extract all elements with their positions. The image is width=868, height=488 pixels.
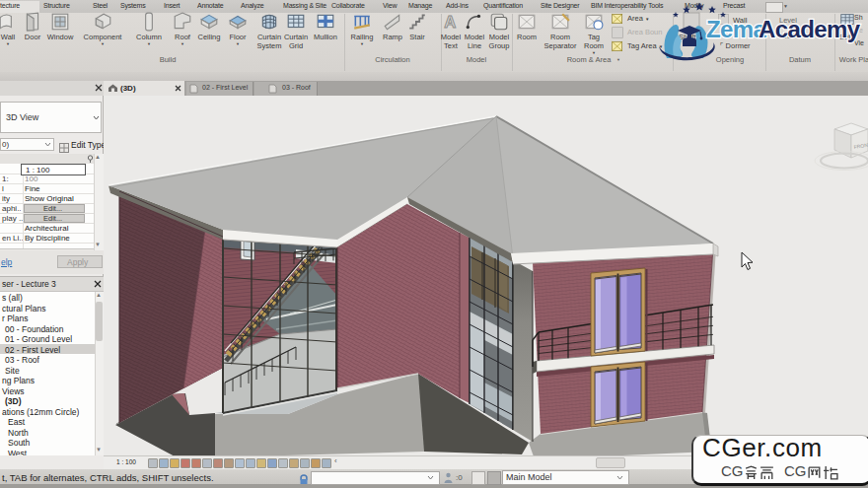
svg-text:A: A (444, 13, 456, 32)
svg-text:Academy: Academy (759, 16, 861, 42)
